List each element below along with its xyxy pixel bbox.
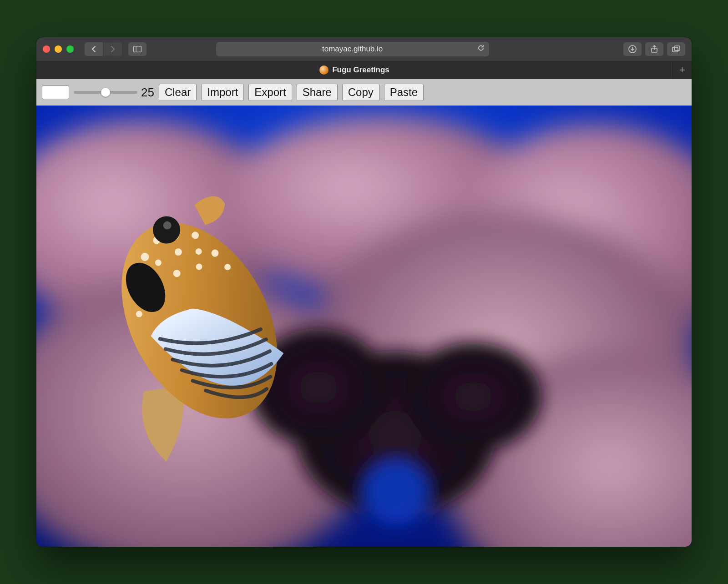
titlebar-right-buttons: [623, 42, 685, 56]
svg-point-16: [364, 460, 428, 524]
window-controls: [43, 45, 74, 53]
brush-size-control: 25: [74, 86, 154, 100]
svg-rect-0: [134, 46, 142, 52]
fugu-favicon-icon: [319, 65, 329, 75]
close-window-button[interactable]: [43, 45, 50, 53]
browser-window: tomayac.github.io Fugu Greetings +: [36, 37, 692, 547]
canvas-area[interactable]: [36, 106, 692, 547]
sidebar-toggle-button[interactable]: [128, 42, 147, 56]
reload-icon[interactable]: [477, 45, 485, 54]
clear-button[interactable]: Clear: [159, 84, 197, 101]
svg-rect-4: [672, 47, 678, 52]
canvas-image: [36, 106, 692, 547]
tab-title: Fugu Greetings: [332, 65, 389, 75]
slider-thumb[interactable]: [101, 88, 110, 97]
forward-button[interactable]: [104, 42, 122, 56]
share-app-button[interactable]: Share: [297, 84, 338, 101]
downloads-button[interactable]: [623, 42, 642, 56]
back-button[interactable]: [85, 42, 103, 56]
new-tab-button[interactable]: +: [672, 61, 692, 79]
svg-point-15: [405, 342, 541, 451]
tab-bar: Fugu Greetings +: [36, 61, 692, 79]
nav-buttons: [85, 42, 122, 56]
browser-tab[interactable]: Fugu Greetings: [36, 61, 672, 79]
copy-button[interactable]: Copy: [342, 84, 379, 101]
brush-size-slider[interactable]: [74, 91, 137, 94]
svg-rect-5: [674, 46, 680, 50]
brush-size-value: 25: [141, 86, 154, 100]
export-button[interactable]: Export: [248, 84, 292, 101]
tabs-overview-button[interactable]: [667, 42, 685, 56]
titlebar: tomayac.github.io: [36, 37, 692, 61]
import-button[interactable]: Import: [201, 84, 244, 101]
address-bar-url: tomayac.github.io: [322, 45, 383, 54]
color-picker[interactable]: [42, 86, 69, 99]
share-button[interactable]: [645, 42, 663, 56]
minimize-window-button[interactable]: [55, 45, 62, 53]
paste-button[interactable]: Paste: [384, 84, 424, 101]
app-toolbar: 25 Clear Import Export Share Copy Paste: [36, 79, 692, 106]
address-bar[interactable]: tomayac.github.io: [216, 42, 489, 56]
zoom-window-button[interactable]: [66, 45, 74, 53]
